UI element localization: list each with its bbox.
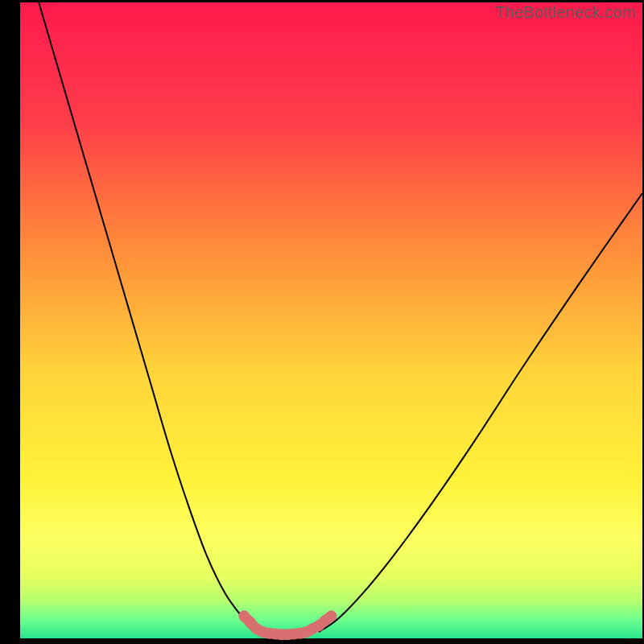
watermark-text: TheBottleneck.com (495, 3, 636, 22)
valley-marker-dot (326, 610, 337, 621)
gradient-background (20, 2, 642, 638)
plot-svg (0, 0, 644, 644)
